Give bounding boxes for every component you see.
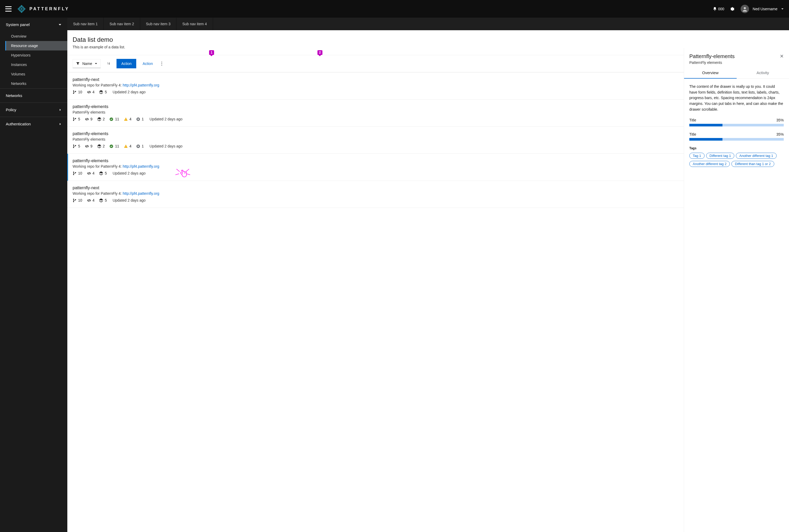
error-icon bbox=[136, 117, 140, 121]
sidebar-group-system-panel[interactable]: System panel bbox=[0, 18, 67, 32]
action-link-button[interactable]: Action bbox=[141, 59, 155, 68]
subnav-item[interactable]: Sub nav item 3 bbox=[140, 18, 177, 30]
chevron-right-icon bbox=[59, 109, 61, 111]
sort-button[interactable] bbox=[105, 60, 112, 67]
package-icon bbox=[97, 117, 101, 121]
svg-point-20 bbox=[73, 198, 74, 200]
sidebar-item-instances[interactable]: Instances bbox=[5, 60, 67, 70]
sidebar-group-label: Policy bbox=[6, 108, 16, 112]
branch-stat: 5 bbox=[73, 117, 80, 121]
tag[interactable]: Tag 1 bbox=[689, 153, 704, 159]
code-icon bbox=[85, 144, 89, 148]
branch-icon bbox=[73, 198, 76, 203]
package-icon bbox=[99, 171, 103, 175]
svg-point-4 bbox=[73, 90, 74, 91]
code-icon bbox=[87, 171, 91, 175]
list-item[interactable]: patternfly-nextWorking repo for PatternF… bbox=[67, 181, 789, 208]
subnav-item[interactable]: Sub nav item 4 bbox=[177, 18, 213, 30]
sidebar-group-policy[interactable]: Policy bbox=[0, 103, 67, 117]
drawer-tab-overview[interactable]: Overview bbox=[684, 67, 737, 79]
branch-icon bbox=[73, 117, 76, 121]
sidebar-item-overview[interactable]: Overview bbox=[5, 32, 67, 41]
drawer-close-button[interactable]: ✕ bbox=[780, 53, 784, 59]
subnav-item[interactable]: Sub nav item 1 bbox=[67, 18, 104, 30]
drawer-subtitle: PatternFly elements bbox=[689, 60, 735, 65]
tag[interactable]: Different tag 1 bbox=[706, 153, 734, 159]
annotation-pin-2: 2 bbox=[317, 50, 323, 55]
success-icon bbox=[109, 117, 113, 121]
updated-text: Updated 2 days ago bbox=[150, 144, 183, 148]
sidebar-item-resource-usage[interactable]: Resource usage bbox=[5, 41, 67, 51]
item-description: PatternFly elements bbox=[73, 110, 784, 114]
svg-point-2 bbox=[162, 63, 162, 64]
page-description: This is an example of a data list. bbox=[73, 45, 784, 49]
warning-icon bbox=[124, 117, 128, 121]
gear-icon[interactable] bbox=[730, 6, 735, 11]
sidebar-item-hypervisors[interactable]: Hypervisors bbox=[5, 51, 67, 60]
username: Ned Username bbox=[753, 7, 777, 11]
filter-label: Name bbox=[82, 61, 92, 66]
page-title: Data list demo bbox=[73, 36, 784, 43]
svg-point-1 bbox=[162, 61, 162, 62]
repo-link[interactable]: http://pf4.patternfly.org bbox=[123, 191, 159, 195]
progress-label: Title bbox=[689, 132, 696, 136]
branch-stat: 10 bbox=[73, 171, 82, 175]
kebab-menu[interactable] bbox=[159, 59, 164, 68]
package-icon bbox=[99, 198, 103, 203]
list-item[interactable]: patternfly-elementsPatternFly elements59… bbox=[67, 100, 789, 127]
tag[interactable]: Different than tag 1 or 2 bbox=[731, 161, 774, 167]
bell-icon bbox=[713, 7, 717, 11]
nav-toggle[interactable] bbox=[5, 6, 12, 12]
sidebar-item-volumes[interactable]: Volumes bbox=[5, 70, 67, 79]
tag[interactable]: Another different tag 2 bbox=[689, 161, 730, 167]
item-title: patternfly-elements bbox=[73, 104, 784, 109]
subnav-item[interactable]: Sub nav item 2 bbox=[104, 18, 140, 30]
updated-text: Updated 2 days ago bbox=[113, 171, 145, 175]
sort-icon bbox=[107, 61, 111, 66]
notifications-button[interactable]: 000 bbox=[713, 7, 724, 11]
branch-stat: 5 bbox=[73, 144, 80, 148]
updated-text: Updated 2 days ago bbox=[150, 117, 183, 121]
error-stat: 1 bbox=[136, 117, 144, 121]
tag[interactable]: Another different tag 1 bbox=[736, 153, 776, 159]
item-title: patternfly-elements bbox=[73, 131, 784, 136]
list-item[interactable]: patternfly-elementsPatternFly elements59… bbox=[67, 127, 789, 154]
sidebar-item-networks[interactable]: Networks bbox=[5, 79, 67, 88]
branch-stat: 10 bbox=[73, 90, 82, 94]
logo-mark-icon bbox=[17, 5, 26, 13]
repo-link[interactable]: http://pf4.patternfly.org bbox=[123, 83, 159, 87]
code-icon bbox=[87, 90, 91, 94]
code-icon bbox=[85, 117, 89, 121]
error-stat: 1 bbox=[136, 144, 144, 148]
drawer-title: Patternfly-elements bbox=[689, 53, 735, 59]
notification-count: 000 bbox=[718, 7, 724, 11]
brand-logo[interactable]: PATTERNFLY bbox=[17, 5, 70, 13]
progress-label: Title bbox=[689, 118, 696, 122]
code-stat: 4 bbox=[87, 198, 95, 203]
progress-bar bbox=[689, 124, 784, 127]
package-stat: 5 bbox=[99, 198, 107, 203]
svg-point-8 bbox=[73, 120, 74, 121]
package-stat: 2 bbox=[97, 144, 105, 148]
avatar bbox=[740, 5, 749, 13]
branch-stat: 10 bbox=[73, 198, 82, 203]
item-description: PatternFly elements bbox=[73, 137, 784, 141]
repo-link[interactable]: http://pf4.patternfly.org bbox=[123, 164, 159, 169]
user-menu[interactable]: Ned Username bbox=[740, 5, 784, 13]
details-drawer: Patternfly-elements PatternFly elements … bbox=[684, 48, 789, 532]
svg-point-0 bbox=[744, 7, 746, 9]
sidebar-group-label: Authentication bbox=[6, 122, 31, 126]
branch-icon bbox=[73, 90, 76, 94]
branch-icon bbox=[73, 144, 76, 148]
tags-heading: Tags bbox=[689, 147, 784, 150]
sidebar-group-authentication[interactable]: Authentication bbox=[0, 117, 67, 131]
sidebar-group-networks[interactable]: Networks bbox=[0, 89, 67, 102]
action-primary-button[interactable]: Action bbox=[116, 59, 136, 68]
cursor-annotation bbox=[174, 168, 192, 180]
updated-text: Updated 2 days ago bbox=[113, 198, 145, 203]
svg-point-7 bbox=[73, 117, 74, 118]
drawer-tab-activity[interactable]: Activity bbox=[737, 67, 789, 78]
filter-dropdown[interactable]: Name bbox=[73, 59, 101, 68]
list-item[interactable]: patternfly-nextWorking repo for PatternF… bbox=[67, 73, 789, 100]
progress-value: 35% bbox=[776, 118, 784, 122]
